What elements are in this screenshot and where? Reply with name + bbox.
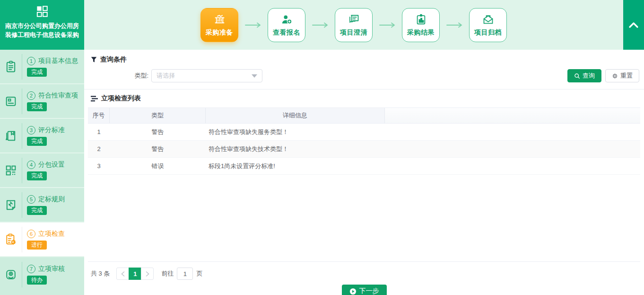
- check-list-section: 立项检查列表 序号 类型 详细信息 1 警告 符合性审查项缺失服务类型！ 2 警…: [84, 89, 644, 295]
- app-grid-icon: [35, 4, 49, 18]
- status-badge: 进行: [27, 241, 47, 250]
- status-badge: 完成: [27, 137, 47, 146]
- cell-detail: 符合性审查项缺失服务类型！: [206, 124, 385, 140]
- cell-seq: 2: [88, 141, 110, 157]
- search-icon: [574, 73, 580, 79]
- qr-grid-icon: [0, 164, 22, 177]
- chevron-down-icon: [252, 74, 257, 78]
- step-number: 5: [27, 195, 35, 204]
- chat-bubbles-icon: [348, 13, 360, 26]
- sidebar: 南京市分公司购置办公用房装修工程电子信息设备采购 1项目基本信息 完成 2符合性…: [0, 0, 84, 295]
- reset-button[interactable]: 重置: [605, 69, 639, 82]
- filter-section: 查询条件 类型: 请选择 查询: [84, 50, 644, 89]
- page-unit-label: 页: [196, 269, 202, 278]
- cell-seq: 3: [88, 158, 110, 174]
- sidebar-item-project-check[interactable]: 6立项检查 进行: [0, 223, 84, 257]
- table-header: 序号 类型 详细信息: [88, 107, 640, 124]
- chart-podium-icon: [213, 13, 226, 26]
- sidebar-item-label: 立项检查: [38, 230, 65, 238]
- next-page-button[interactable]: [141, 268, 154, 280]
- clipboard-gear-icon: [0, 233, 22, 246]
- search-button[interactable]: 查询: [567, 69, 601, 82]
- flow-step-procurement-prep[interactable]: 采购准备: [200, 8, 238, 42]
- user-add-icon: [280, 13, 293, 26]
- arrow-right-icon: [312, 22, 329, 28]
- sidebar-item-label: 评分标准: [38, 126, 65, 134]
- chevron-left-icon: [121, 271, 125, 277]
- sidebar-header: 南京市分公司购置办公用房装修工程电子信息设备采购: [0, 0, 84, 50]
- sidebar-item-project-info[interactable]: 1项目基本信息 完成: [0, 50, 84, 84]
- project-title: 南京市分公司购置办公用房装修工程电子信息设备采购: [0, 20, 84, 39]
- goto-label: 前往: [161, 269, 174, 278]
- cell-type: 警告: [110, 141, 206, 157]
- page-number-button[interactable]: 1: [129, 268, 141, 280]
- sidebar-item-lot-settings[interactable]: 4分包设置 完成: [0, 153, 84, 188]
- flow-step-view-registration[interactable]: 查看报名: [268, 8, 305, 42]
- workflow-bar: 采购准备 查看报名: [84, 0, 644, 50]
- sidebar-item-scoring-criteria[interactable]: 3评分标准 完成: [0, 119, 84, 153]
- collapse-button[interactable]: [623, 0, 644, 50]
- status-badge: 待办: [27, 276, 47, 285]
- webcam-icon: [0, 268, 22, 281]
- sidebar-item-award-rules[interactable]: 5定标规则 完成: [0, 188, 84, 223]
- column-header-detail: 详细信息: [206, 108, 385, 123]
- workflow-steps: 采购准备 查看报名: [84, 0, 623, 50]
- cell-detail: 符合性审查项缺失技术类型！: [206, 141, 385, 157]
- flow-step-label: 查看报名: [273, 28, 300, 37]
- arrow-right-icon: [244, 22, 261, 28]
- notebook-pen-icon: [0, 129, 22, 143]
- chevron-up-icon: [628, 22, 639, 28]
- status-badge: 完成: [27, 68, 47, 77]
- flow-step-project-clarification[interactable]: 项目澄清: [335, 8, 373, 42]
- next-step-button[interactable]: 下一步: [342, 285, 387, 295]
- cell-type: 错误: [110, 158, 206, 174]
- step-number: 3: [27, 126, 35, 134]
- clipboard-lines-icon: [0, 60, 22, 73]
- sidebar-item-label: 定标规则: [38, 195, 65, 204]
- flow-step-label: 采购准备: [206, 28, 233, 37]
- flow-step-label: 采购结果: [407, 28, 435, 37]
- cell-detail: 标段1尚未设置评分标准!: [206, 158, 385, 174]
- column-header-type: 类型: [110, 108, 206, 123]
- list-icon: [91, 96, 98, 102]
- flow-step-project-archive[interactable]: 项目归档: [469, 8, 507, 42]
- total-count: 共 3 条: [91, 269, 110, 278]
- step-number: 7: [27, 265, 35, 273]
- table-row: 1 警告 符合性审查项缺失服务类型！: [88, 124, 640, 141]
- cell-type: 警告: [110, 124, 206, 140]
- filter-section-title: 查询条件: [84, 55, 644, 64]
- flow-step-label: 项目澄清: [340, 28, 367, 37]
- status-badge: 完成: [27, 102, 47, 111]
- type-select[interactable]: 请选择: [151, 69, 262, 82]
- status-badge: 完成: [27, 171, 47, 180]
- list-section-title: 立项检查列表: [91, 94, 141, 103]
- table-row: 3 错误 标段1尚未设置评分标准!: [88, 158, 640, 175]
- sidebar-item-label: 分包设置: [38, 161, 65, 169]
- step-number: 4: [27, 161, 35, 169]
- goto-page-input[interactable]: [177, 268, 193, 280]
- pagination: 共 3 条 1 前往 页: [88, 261, 640, 280]
- flow-step-procurement-result[interactable]: 采购结果: [402, 8, 440, 42]
- prev-page-button[interactable]: [116, 268, 129, 280]
- status-badge: 完成: [27, 206, 47, 215]
- sidebar-item-project-audit[interactable]: 7立项审核 待办: [0, 257, 84, 292]
- flow-step-label: 项目归档: [474, 28, 502, 37]
- column-header-empty: [385, 108, 640, 123]
- step-number: 6: [27, 230, 35, 238]
- play-circle-icon: [349, 288, 357, 295]
- arrow-right-icon: [446, 22, 463, 28]
- sidebar-item-compliance-review[interactable]: 2符合性审查项 完成: [0, 84, 84, 119]
- table-row: 2 警告 符合性审查项缺失技术类型！: [88, 141, 640, 158]
- type-label: 类型:: [84, 72, 151, 80]
- sidebar-item-label: 立项审核: [38, 265, 65, 273]
- chevron-right-icon: [146, 271, 149, 277]
- arrow-right-icon: [379, 22, 396, 28]
- document-gavel-icon: [0, 198, 22, 212]
- sidebar-item-label: 项目基本信息: [38, 57, 78, 65]
- step-number: 1: [27, 57, 35, 65]
- check-list-table: 序号 类型 详细信息 1 警告 符合性审查项缺失服务类型！ 2 警告 符合性审查…: [88, 107, 640, 175]
- id-card-icon: [0, 95, 22, 108]
- gear-icon: [612, 73, 618, 79]
- clipboard-chart-icon: [415, 13, 427, 26]
- envelope-icon: [482, 13, 495, 26]
